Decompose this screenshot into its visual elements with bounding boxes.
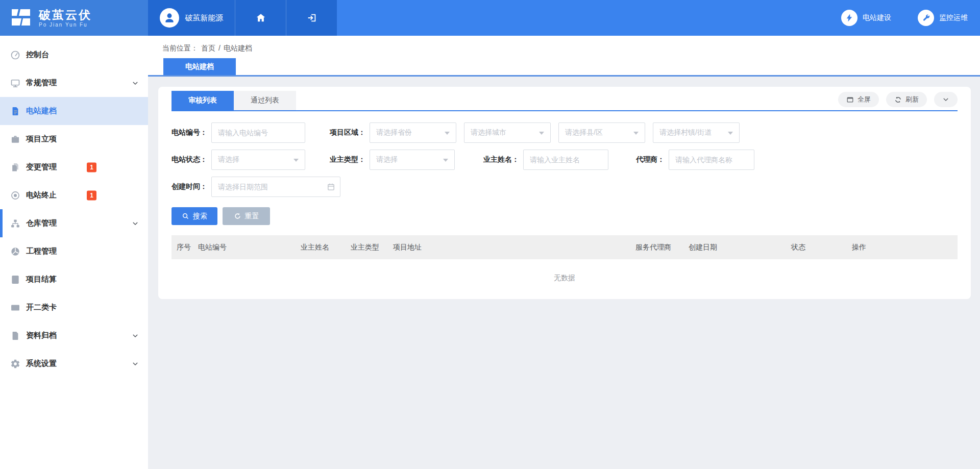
date-range-field (211, 177, 340, 197)
document-icon (10, 106, 20, 116)
sidebar-item-data-archive[interactable]: 资料归档 (0, 322, 148, 350)
breadcrumb-strip: 当前位置： 首页 / 电站建档 电站建档 (148, 36, 980, 77)
sidebar-item-engineering-management[interactable]: 工程管理 (0, 237, 148, 265)
col-header: 序号 (177, 243, 198, 252)
home-icon (255, 12, 266, 23)
sign-in-icon (306, 12, 317, 23)
sidebar-item-label: 控制台 (26, 50, 49, 60)
breadcrumb: 当前位置： 首页 / 电站建档 (148, 36, 980, 53)
breadcrumb-current: 电站建档 (224, 44, 252, 53)
sidebar-item-console[interactable]: 控制台 (0, 41, 148, 69)
caret-down-icon (539, 132, 544, 137)
station-no-label: 电站编号： (172, 128, 207, 137)
brand-logo-icon (9, 7, 33, 29)
sidebar-item-warehouse-management[interactable]: 仓库管理 (0, 209, 148, 237)
target-icon (10, 190, 20, 201)
sidebar-item-label: 仓库管理 (26, 218, 57, 228)
station-no-input[interactable] (211, 122, 305, 143)
sidebar-item-label: 工程管理 (26, 246, 57, 256)
nav-monitoring-ops[interactable]: 监控运维 (918, 10, 968, 26)
sidebar-item-label: 电站建档 (26, 106, 57, 116)
caret-down-icon (728, 132, 733, 137)
gauge-icon (10, 246, 20, 257)
station-status-label: 电站状态： (172, 155, 207, 164)
sidebar-item-label: 变更管理 (26, 162, 57, 172)
sidebar-item-general-management[interactable]: 常规管理 (0, 69, 148, 97)
filter-form: 电站编号： 项目区域： 请选择省份 请选择城市 请选择县/区 请选择村镇/街道 … (172, 122, 958, 197)
nav-label: 电站建设 (863, 13, 891, 22)
tab-passed-list[interactable]: 通过列表 (234, 91, 296, 110)
app-logo[interactable]: 破茧云伏 Po Jian Yun Fu (0, 0, 148, 36)
breadcrumb-separator: / (218, 44, 220, 53)
col-header: 服务代理商 (635, 243, 689, 252)
empty-state-text: 无数据 (172, 259, 958, 297)
caret-down-icon (633, 132, 639, 137)
panel-tabs: 审核列表 通过列表 全屏 刷新 (172, 91, 958, 111)
agent-input[interactable] (669, 150, 754, 170)
change-management-badge: 1 (87, 162, 96, 172)
sidebar-item-label: 项目结算 (26, 275, 57, 284)
col-header: 状态 (791, 243, 852, 252)
sidebar-item-change-management[interactable]: 变更管理 1 (0, 153, 148, 181)
caret-down-icon (445, 132, 450, 137)
collapse-button[interactable] (934, 92, 958, 107)
main-area: 破茧新能源 电站建设 监控运维 (148, 0, 980, 469)
user-menu[interactable]: 破茧新能源 (148, 0, 235, 36)
nav-station-construction[interactable]: 电站建设 (841, 10, 891, 26)
results-table: 序号 电站编号 业主姓名 业主类型 项目地址 服务代理商 创建日期 状态 操作 … (172, 235, 958, 297)
briefcase-icon (10, 134, 20, 144)
breadcrumb-home-link[interactable]: 首页 (201, 44, 215, 53)
gear-icon (10, 359, 20, 369)
chevron-down-icon (132, 332, 139, 339)
owner-name-input[interactable] (523, 150, 608, 170)
county-select[interactable]: 请选择县/区 (558, 122, 645, 143)
col-header: 业主类型 (351, 243, 393, 252)
sidebar-item-label: 常规管理 (26, 78, 57, 88)
fullscreen-icon (846, 96, 854, 104)
caret-down-icon (293, 159, 299, 164)
reset-button[interactable]: 重置 (223, 207, 270, 225)
station-status-select[interactable]: 请选择 (211, 150, 305, 170)
sidebar: 破茧云伏 Po Jian Yun Fu 控制台 常规管理 电站建档 项目立项 变… (0, 0, 148, 469)
col-header: 电站编号 (198, 243, 301, 252)
col-header: 业主姓名 (301, 243, 351, 252)
sidebar-item-project-initiation[interactable]: 项目立项 (0, 125, 148, 153)
station-termination-badge: 1 (87, 190, 96, 200)
sidebar-item-station-filing[interactable]: 电站建档 (0, 97, 148, 125)
form-actions: 搜索 重置 (172, 207, 958, 225)
sidebar-item-project-settlement[interactable]: 项目结算 (0, 265, 148, 293)
logout-button[interactable] (286, 0, 337, 36)
date-range-input[interactable] (211, 177, 340, 197)
nav-label: 监控运维 (939, 13, 968, 22)
table-header-row: 序号 电站编号 业主姓名 业主类型 项目地址 服务代理商 创建日期 状态 操作 (172, 235, 958, 259)
province-select[interactable]: 请选择省份 (370, 122, 456, 143)
fullscreen-button[interactable]: 全屏 (838, 92, 879, 107)
refresh-icon (894, 96, 902, 104)
create-time-label: 创建时间： (172, 182, 207, 191)
sidebar-item-label: 系统设置 (26, 359, 57, 368)
archive-icon (10, 331, 20, 341)
page-tab-station-filing[interactable]: 电站建档 (163, 58, 236, 75)
lightning-icon (841, 10, 857, 26)
owner-name-label: 业主姓名： (483, 155, 519, 164)
caret-down-icon (443, 159, 448, 164)
sidebar-item-label: 电站终止 (26, 190, 57, 200)
col-header: 项目地址 (393, 243, 635, 252)
col-header: 创建日期 (689, 243, 791, 252)
tab-review-list[interactable]: 审核列表 (172, 91, 234, 110)
sidebar-item-label: 项目立项 (26, 134, 57, 144)
sidebar-scroll-thumb[interactable] (0, 209, 3, 237)
owner-type-select[interactable]: 请选择 (370, 150, 455, 170)
search-button[interactable]: 搜索 (172, 207, 217, 225)
region-label: 项目区域： (330, 128, 365, 137)
refresh-button[interactable]: 刷新 (886, 92, 927, 107)
home-button[interactable] (235, 0, 286, 36)
calculator-icon (10, 275, 20, 285)
sidebar-item-open-class2-card[interactable]: 开二类卡 (0, 293, 148, 322)
chevron-down-icon (132, 80, 139, 87)
sidebar-item-station-termination[interactable]: 电站终止 1 (0, 181, 148, 209)
street-select[interactable]: 请选择村镇/街道 (653, 122, 740, 143)
city-select[interactable]: 请选择城市 (464, 122, 551, 143)
sidebar-item-system-settings[interactable]: 系统设置 (0, 350, 148, 378)
navbar-right-group: 电站建设 监控运维 (841, 10, 980, 26)
